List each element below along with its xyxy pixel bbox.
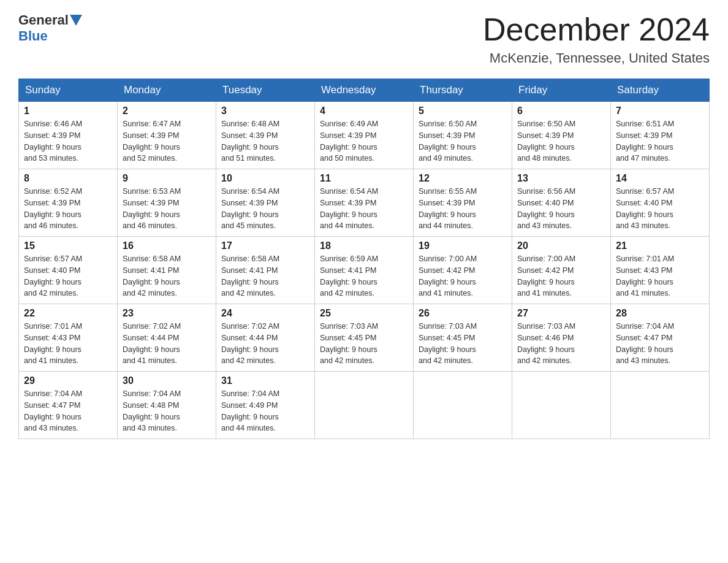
day-number: 15 <box>24 240 112 251</box>
day-info: Sunrise: 7:02 AM Sunset: 4:44 PM Dayligh… <box>123 321 211 367</box>
logo-general-text: General <box>18 12 69 28</box>
day-info: Sunrise: 6:54 AM Sunset: 4:39 PM Dayligh… <box>320 186 408 232</box>
table-row: 28 Sunrise: 7:04 AM Sunset: 4:47 PM Dayl… <box>611 304 710 372</box>
day-info: Sunrise: 7:03 AM Sunset: 4:46 PM Dayligh… <box>517 321 605 367</box>
table-row: 8 Sunrise: 6:52 AM Sunset: 4:39 PM Dayli… <box>19 169 118 237</box>
day-info: Sunrise: 6:52 AM Sunset: 4:39 PM Dayligh… <box>24 186 112 232</box>
day-info: Sunrise: 7:03 AM Sunset: 4:45 PM Dayligh… <box>419 321 507 367</box>
day-info: Sunrise: 6:54 AM Sunset: 4:39 PM Dayligh… <box>221 186 309 232</box>
day-number: 7 <box>616 105 704 117</box>
day-number: 30 <box>123 375 211 386</box>
day-info: Sunrise: 7:03 AM Sunset: 4:45 PM Dayligh… <box>320 321 408 367</box>
table-row: 24 Sunrise: 7:02 AM Sunset: 4:44 PM Dayl… <box>216 304 315 372</box>
day-number: 28 <box>616 308 704 319</box>
calendar-header-friday: Friday <box>512 79 611 102</box>
day-number: 20 <box>517 240 605 251</box>
day-info: Sunrise: 6:46 AM Sunset: 4:39 PM Dayligh… <box>24 118 112 164</box>
day-info: Sunrise: 7:04 AM Sunset: 4:48 PM Dayligh… <box>123 388 211 434</box>
table-row: 6 Sunrise: 6:50 AM Sunset: 4:39 PM Dayli… <box>512 102 611 169</box>
day-info: Sunrise: 7:01 AM Sunset: 4:43 PM Dayligh… <box>616 253 704 299</box>
table-row: 22 Sunrise: 7:01 AM Sunset: 4:43 PM Dayl… <box>19 304 118 372</box>
day-number: 29 <box>24 375 112 386</box>
day-info: Sunrise: 7:04 AM Sunset: 4:49 PM Dayligh… <box>221 388 309 434</box>
calendar-header-saturday: Saturday <box>611 79 710 102</box>
table-row: 4 Sunrise: 6:49 AM Sunset: 4:39 PM Dayli… <box>315 102 414 169</box>
table-row: 16 Sunrise: 6:58 AM Sunset: 4:41 PM Dayl… <box>118 237 216 304</box>
day-number: 14 <box>616 173 704 184</box>
header: General Blue December 2024 McKenzie, Ten… <box>18 12 710 66</box>
calendar-header-sunday: Sunday <box>19 79 118 102</box>
table-row: 31 Sunrise: 7:04 AM Sunset: 4:49 PM Dayl… <box>216 372 315 439</box>
table-row <box>414 372 512 439</box>
calendar-header-row: SundayMondayTuesdayWednesdayThursdayFrid… <box>19 79 710 102</box>
day-number: 25 <box>320 308 408 319</box>
table-row: 2 Sunrise: 6:47 AM Sunset: 4:39 PM Dayli… <box>118 102 216 169</box>
day-info: Sunrise: 6:57 AM Sunset: 4:40 PM Dayligh… <box>24 253 112 299</box>
table-row: 26 Sunrise: 7:03 AM Sunset: 4:45 PM Dayl… <box>414 304 512 372</box>
logo-blue-text: Blue <box>18 28 48 44</box>
table-row: 20 Sunrise: 7:00 AM Sunset: 4:42 PM Dayl… <box>512 237 611 304</box>
day-number: 23 <box>123 308 211 319</box>
day-number: 4 <box>320 105 408 117</box>
table-row <box>611 372 710 439</box>
day-number: 9 <box>123 173 211 184</box>
day-info: Sunrise: 6:55 AM Sunset: 4:39 PM Dayligh… <box>419 186 507 232</box>
table-row: 19 Sunrise: 7:00 AM Sunset: 4:42 PM Dayl… <box>414 237 512 304</box>
day-number: 18 <box>320 240 408 251</box>
day-number: 11 <box>320 173 408 184</box>
day-number: 8 <box>24 173 112 184</box>
day-number: 5 <box>419 105 507 117</box>
day-number: 12 <box>419 173 507 184</box>
day-info: Sunrise: 6:47 AM Sunset: 4:39 PM Dayligh… <box>123 118 211 164</box>
calendar-week-5: 29 Sunrise: 7:04 AM Sunset: 4:47 PM Dayl… <box>19 372 710 439</box>
table-row: 10 Sunrise: 6:54 AM Sunset: 4:39 PM Dayl… <box>216 169 315 237</box>
day-number: 17 <box>221 240 309 251</box>
table-row: 18 Sunrise: 6:59 AM Sunset: 4:41 PM Dayl… <box>315 237 414 304</box>
table-row: 17 Sunrise: 6:58 AM Sunset: 4:41 PM Dayl… <box>216 237 315 304</box>
day-info: Sunrise: 6:48 AM Sunset: 4:39 PM Dayligh… <box>221 118 309 164</box>
day-info: Sunrise: 6:57 AM Sunset: 4:40 PM Dayligh… <box>616 186 704 232</box>
day-number: 26 <box>419 308 507 319</box>
table-row: 7 Sunrise: 6:51 AM Sunset: 4:39 PM Dayli… <box>611 102 710 169</box>
day-number: 16 <box>123 240 211 251</box>
logo-triangle-icon <box>70 15 82 26</box>
day-info: Sunrise: 6:56 AM Sunset: 4:40 PM Dayligh… <box>517 186 605 232</box>
table-row <box>315 372 414 439</box>
table-row: 27 Sunrise: 7:03 AM Sunset: 4:46 PM Dayl… <box>512 304 611 372</box>
day-number: 2 <box>123 105 211 117</box>
calendar-table: SundayMondayTuesdayWednesdayThursdayFrid… <box>18 79 710 439</box>
day-number: 3 <box>221 105 309 117</box>
table-row <box>512 372 611 439</box>
day-info: Sunrise: 6:59 AM Sunset: 4:41 PM Dayligh… <box>320 253 408 299</box>
calendar-header-tuesday: Tuesday <box>216 79 315 102</box>
month-title: December 2024 <box>483 12 710 47</box>
day-info: Sunrise: 6:50 AM Sunset: 4:39 PM Dayligh… <box>517 118 605 164</box>
table-row: 23 Sunrise: 7:02 AM Sunset: 4:44 PM Dayl… <box>118 304 216 372</box>
day-info: Sunrise: 7:02 AM Sunset: 4:44 PM Dayligh… <box>221 321 309 367</box>
table-row: 13 Sunrise: 6:56 AM Sunset: 4:40 PM Dayl… <box>512 169 611 237</box>
day-number: 13 <box>517 173 605 184</box>
table-row: 21 Sunrise: 7:01 AM Sunset: 4:43 PM Dayl… <box>611 237 710 304</box>
calendar-week-1: 1 Sunrise: 6:46 AM Sunset: 4:39 PM Dayli… <box>19 102 710 169</box>
table-row: 9 Sunrise: 6:53 AM Sunset: 4:39 PM Dayli… <box>118 169 216 237</box>
calendar-week-2: 8 Sunrise: 6:52 AM Sunset: 4:39 PM Dayli… <box>19 169 710 237</box>
day-number: 21 <box>616 240 704 251</box>
calendar-week-3: 15 Sunrise: 6:57 AM Sunset: 4:40 PM Dayl… <box>19 237 710 304</box>
day-info: Sunrise: 6:53 AM Sunset: 4:39 PM Dayligh… <box>123 186 211 232</box>
title-area: December 2024 McKenzie, Tennessee, Unite… <box>483 12 710 66</box>
day-info: Sunrise: 7:00 AM Sunset: 4:42 PM Dayligh… <box>517 253 605 299</box>
day-number: 10 <box>221 173 309 184</box>
day-info: Sunrise: 7:04 AM Sunset: 4:47 PM Dayligh… <box>24 388 112 434</box>
day-info: Sunrise: 6:49 AM Sunset: 4:39 PM Dayligh… <box>320 118 408 164</box>
day-number: 31 <box>221 375 309 386</box>
table-row: 30 Sunrise: 7:04 AM Sunset: 4:48 PM Dayl… <box>118 372 216 439</box>
day-number: 27 <box>517 308 605 319</box>
table-row: 25 Sunrise: 7:03 AM Sunset: 4:45 PM Dayl… <box>315 304 414 372</box>
day-number: 19 <box>419 240 507 251</box>
calendar-header-wednesday: Wednesday <box>315 79 414 102</box>
location-title: McKenzie, Tennessee, United States <box>483 50 710 66</box>
day-number: 1 <box>24 105 112 117</box>
table-row: 11 Sunrise: 6:54 AM Sunset: 4:39 PM Dayl… <box>315 169 414 237</box>
day-info: Sunrise: 7:01 AM Sunset: 4:43 PM Dayligh… <box>24 321 112 367</box>
table-row: 5 Sunrise: 6:50 AM Sunset: 4:39 PM Dayli… <box>414 102 512 169</box>
